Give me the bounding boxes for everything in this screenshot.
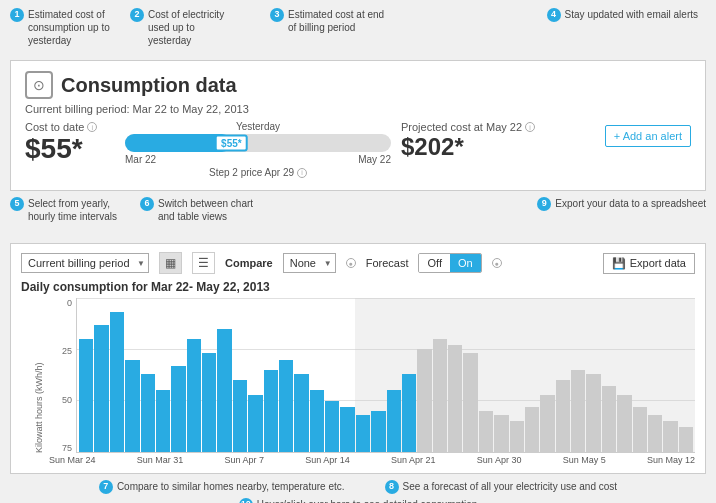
- bar-32[interactable]: [571, 370, 585, 452]
- annotation-8: 8 See a forecast of all your electricity…: [385, 480, 618, 494]
- x-label-6: Sun Apr 30: [477, 455, 522, 465]
- bar-4[interactable]: [141, 374, 155, 452]
- bar-6[interactable]: [171, 366, 185, 452]
- forecast-on-button[interactable]: On: [450, 254, 481, 272]
- x-label-1: Sun Mar 24: [49, 455, 96, 465]
- bar-19[interactable]: [371, 411, 385, 452]
- projected-cost-value: $202*: [401, 133, 464, 161]
- bar-14[interactable]: [294, 374, 308, 452]
- bar-10[interactable]: [233, 380, 247, 452]
- bar-1[interactable]: [94, 325, 108, 452]
- chart-title: Daily consumption for Mar 22- May 22, 20…: [21, 280, 695, 294]
- bar-16[interactable]: [325, 401, 339, 452]
- chart-area[interactable]: Kilowatt hours (kWh/h) 75 50 25 0: [21, 298, 695, 453]
- bar-38[interactable]: [663, 421, 677, 452]
- ann1-text: Estimated cost of consumption up to yest…: [28, 8, 112, 47]
- forecast-label: Forecast: [366, 257, 409, 269]
- ann7-text: Compare to similar homes nearby, tempera…: [117, 480, 345, 493]
- chart-toolbar: Current billing period ▦ ☰ Compare None …: [21, 252, 695, 274]
- annotation-10: 10 Hover/click over bars to see detailed…: [239, 498, 478, 503]
- circle-10: 10: [239, 498, 253, 503]
- card-title: Consumption data: [61, 74, 237, 97]
- bar-37[interactable]: [648, 415, 662, 452]
- compare-select[interactable]: None: [283, 253, 336, 273]
- bar-3[interactable]: [125, 360, 139, 452]
- circle-7: 7: [99, 480, 113, 494]
- cost-to-date-value: $55*: [25, 133, 115, 165]
- x-label-3: Sun Apr 7: [225, 455, 265, 465]
- bar-21[interactable]: [402, 374, 416, 452]
- bar-9[interactable]: [217, 329, 231, 452]
- export-button[interactable]: 💾 Export data: [603, 253, 695, 274]
- ann6-text: Switch between chart and table views: [158, 197, 270, 223]
- bar-15[interactable]: [310, 390, 324, 452]
- bar-26[interactable]: [479, 411, 493, 452]
- ann5-text: Select from yearly, hourly time interval…: [28, 197, 130, 223]
- bar-11[interactable]: [248, 395, 262, 452]
- slider-track[interactable]: $55*: [125, 134, 391, 152]
- forecast-info-dot[interactable]: ●: [492, 258, 502, 268]
- bar-18[interactable]: [356, 415, 370, 452]
- bar-23[interactable]: [433, 339, 447, 452]
- add-alert-button[interactable]: + Add an alert: [605, 125, 691, 147]
- bar-5[interactable]: [156, 390, 170, 452]
- slider-date-end: May 22: [358, 154, 391, 165]
- circle-9: 9: [537, 197, 551, 211]
- bar-31[interactable]: [556, 380, 570, 452]
- annotation-5: 5 Select from yearly, hourly time interv…: [10, 193, 130, 223]
- annotation-6: 6 Switch between chart and table views: [140, 193, 270, 223]
- yesterday-label: Yesterday: [236, 121, 280, 132]
- bar-20[interactable]: [387, 390, 401, 452]
- bar-2[interactable]: [110, 312, 124, 452]
- bar-30[interactable]: [540, 395, 554, 452]
- consumption-card: ⊙ Consumption data Current billing perio…: [10, 60, 706, 191]
- bar-29[interactable]: [525, 407, 539, 452]
- bar-33[interactable]: [586, 374, 600, 452]
- slider-date-start: Mar 22: [125, 154, 156, 165]
- bars-container: [77, 298, 695, 452]
- bar-25[interactable]: [463, 353, 477, 452]
- bar-34[interactable]: [602, 386, 616, 452]
- bar-8[interactable]: [202, 353, 216, 452]
- bar-12[interactable]: [264, 370, 278, 452]
- ann4-text: Stay updated with email alerts: [565, 8, 698, 21]
- step2-text: Step 2 price Apr 29: [209, 167, 294, 178]
- meter-icon: ⊙: [25, 71, 53, 99]
- bar-13[interactable]: [279, 360, 293, 452]
- bar-28[interactable]: [510, 421, 524, 452]
- annotation-9: 9 Export your data to a spreadsheet: [537, 193, 706, 211]
- step2-info-dot[interactable]: i: [297, 168, 307, 178]
- circle-5: 5: [10, 197, 24, 211]
- bar-17[interactable]: [340, 407, 354, 452]
- bar-36[interactable]: [633, 407, 647, 452]
- bar-39[interactable]: [679, 427, 693, 452]
- cost-info-dot[interactable]: i: [87, 122, 97, 132]
- y-tick-2: 25: [57, 346, 72, 356]
- bar-27[interactable]: [494, 415, 508, 452]
- forecast-toggle: Off On: [418, 253, 481, 273]
- bar-chart-view-button[interactable]: ▦: [159, 252, 182, 274]
- y-tick-0: 75: [57, 443, 72, 453]
- circle-4: 4: [547, 8, 561, 22]
- ann9-text: Export your data to a spreadsheet: [555, 197, 706, 210]
- bar-35[interactable]: [617, 395, 631, 452]
- table-view-button[interactable]: ☰: [192, 252, 215, 274]
- chart-card: Current billing period ▦ ☰ Compare None …: [10, 243, 706, 474]
- ann8-text: See a forecast of all your electricity u…: [403, 480, 618, 493]
- y-axis-label: Kilowatt hours (kWh/h): [21, 298, 57, 453]
- bar-7[interactable]: [187, 339, 201, 452]
- bar-24[interactable]: [448, 345, 462, 452]
- projected-info-dot[interactable]: i: [525, 122, 535, 132]
- circle-2: 2: [130, 8, 144, 22]
- bar-22[interactable]: [417, 349, 431, 452]
- annotation-2: 2 Cost of electricity used up to yesterd…: [130, 8, 240, 56]
- forecast-off-button[interactable]: Off: [419, 254, 449, 272]
- bar-0[interactable]: [79, 339, 93, 452]
- chart-inner[interactable]: [76, 298, 695, 453]
- x-label-5: Sun Apr 21: [391, 455, 436, 465]
- compare-info-dot[interactable]: ●: [346, 258, 356, 268]
- annotation-7: 7 Compare to similar homes nearby, tempe…: [99, 480, 345, 494]
- period-select[interactable]: Current billing period: [21, 253, 149, 273]
- x-label-2: Sun Mar 31: [137, 455, 184, 465]
- annotation-4: 4 Stay updated with email alerts: [400, 8, 706, 56]
